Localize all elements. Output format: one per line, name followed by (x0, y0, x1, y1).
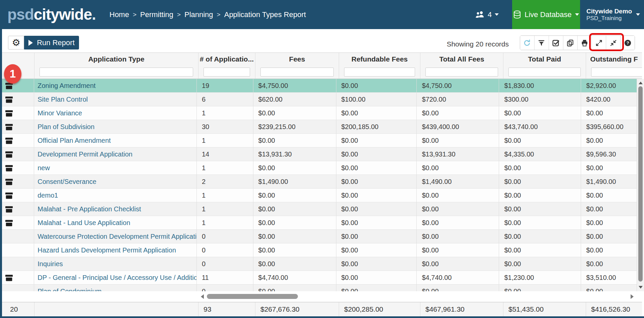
scroll-up-arrow-icon[interactable] (639, 82, 643, 84)
refresh-button[interactable] (520, 36, 535, 50)
filter-input-fees[interactable] (260, 68, 334, 77)
application-type-link[interactable]: Malahat - Pre Application Checklist (37, 205, 141, 213)
column-header-outstanding-fees[interactable]: Outstanding F (586, 53, 642, 66)
breadcrumb-planning[interactable]: Planning (184, 10, 213, 19)
table-row[interactable]: DP - General - Principal Use / Accessory… (2, 271, 637, 285)
application-type-link[interactable]: Consent/Severance (37, 178, 96, 186)
filter-button[interactable] (535, 36, 549, 50)
filter-cell (586, 66, 642, 79)
application-type-link[interactable]: Zoning Amendment (37, 82, 95, 90)
breadcrumb-home[interactable]: Home (109, 10, 129, 19)
row-outstanding-fees-cell: $1,490.00 (581, 175, 637, 188)
live-database-button[interactable]: Live Database (512, 0, 580, 29)
row-total-all-fees-cell: $0.00 (417, 134, 499, 147)
application-type-link[interactable]: Plan of Subdivision (37, 123, 94, 131)
table-row[interactable]: Official Plan Amendment 1 $0.00 $0.00 $0… (2, 134, 637, 147)
row-application-type-cell: Malahat - Land Use Application (34, 216, 197, 229)
application-type-link[interactable]: Watercourse Protection Development Permi… (37, 233, 197, 240)
filter-input-total-all-fees[interactable] (425, 68, 498, 77)
run-report-button[interactable]: Run Report (24, 36, 79, 49)
select-columns-button[interactable] (549, 36, 563, 50)
table-row[interactable]: Zoning Amendment 19 $4,750.00 $0.00 $4,7… (2, 79, 637, 93)
table-row[interactable]: Plan of Condominium 0 $0.00 $0.00 $0.00 … (2, 285, 637, 291)
table-row[interactable]: Watercourse Protection Development Permi… (2, 230, 637, 243)
row-fees-cell: $0.00 (253, 216, 336, 229)
scroll-down-arrow-icon[interactable] (639, 286, 643, 289)
caret-down-icon (495, 13, 499, 16)
row-total-paid-cell: $1,830.00 (499, 79, 581, 92)
row-refundable-fees-cell: $0.00 (336, 106, 417, 120)
column-header-fees[interactable]: Fees (255, 53, 339, 66)
organization-dropdown[interactable]: Citywide Demo PSD_Training (586, 0, 640, 29)
row-total-paid-cell: $0.00 (499, 106, 581, 120)
row-fees-cell: $0.00 (253, 202, 336, 216)
table-row[interactable]: Plan of Subdivision 30 $239,215.00 $200,… (2, 120, 637, 134)
table-row[interactable]: Consent/Severance 2 $1,490.00 $0.00 $1,4… (2, 175, 637, 189)
copy-button[interactable] (563, 36, 578, 50)
row-fees-cell: $0.00 (253, 230, 336, 243)
table-row[interactable]: Development Permit Application 14 $13,93… (2, 147, 637, 161)
application-type-link[interactable]: Inquiries (37, 260, 63, 268)
filter-input-application-type[interactable] (39, 68, 193, 77)
horizontal-scrollbar-thumb[interactable] (207, 294, 298, 299)
row-outstanding-fees-cell: $0.00 (581, 134, 637, 147)
psd-citywide-logo[interactable]: psdcitywide. (7, 0, 96, 29)
row-refundable-fees-cell: $0.00 (336, 175, 417, 188)
filter-cell (34, 66, 198, 79)
row-total-all-fees-cell: $0.00 (417, 161, 499, 175)
filter-input-total-paid[interactable] (508, 68, 581, 77)
table-row[interactable]: demo1 1 $0.00 $0.00 $0.00 $0.00 $0.00 (2, 189, 637, 202)
table-row[interactable]: new 1 $0.00 $0.00 $0.00 $0.00 $0.00 (2, 161, 637, 175)
archive-box-icon (5, 96, 13, 103)
scroll-right-arrow-icon[interactable] (631, 294, 634, 299)
row-application-type-cell: Site Plan Control (34, 93, 197, 106)
column-header-total-paid[interactable]: Total Paid (503, 53, 586, 66)
table-row[interactable]: Minor Variance 1 $0.00 $0.00 $0.00 $0.00… (2, 106, 637, 120)
check-square-icon (552, 39, 560, 47)
filter-input-outstanding-fees[interactable] (591, 68, 642, 77)
filter-input-refundable-fees[interactable] (344, 68, 415, 77)
database-icon (513, 10, 521, 19)
column-header-num-applications[interactable]: # of Applicatio... (198, 53, 255, 66)
application-type-link[interactable]: demo1 (37, 192, 58, 199)
application-type-link[interactable]: Development Permit Application (37, 150, 132, 158)
breadcrumb-application-types-report[interactable]: Application Types Report (224, 10, 306, 19)
table-row[interactable]: Site Plan Control 6 $620.00 $100.00 $720… (2, 93, 637, 106)
row-fees-cell: $0.00 (253, 189, 336, 202)
archive-box-icon (5, 192, 13, 199)
print-button[interactable] (578, 36, 592, 50)
row-total-all-fees-cell: $0.00 (417, 230, 499, 243)
archive-box-icon (5, 165, 13, 172)
application-type-link[interactable]: Malahat - Land Use Application (37, 219, 130, 227)
report-settings-button[interactable]: ⚙ (8, 36, 24, 49)
column-header-refundable-fees[interactable]: Refundable Fees (339, 53, 420, 66)
breadcrumb-permitting[interactable]: Permitting (140, 10, 173, 19)
column-header-application-type[interactable]: Application Type (34, 53, 198, 66)
row-num-applications-cell: 30 (197, 120, 253, 133)
row-outstanding-fees-cell: $0.00 (581, 285, 637, 291)
application-type-link[interactable]: Official Plan Amendment (37, 137, 111, 144)
table-row[interactable]: Hazard Lands Development Permit Applicat… (2, 243, 637, 257)
filter-input-num-applications[interactable] (204, 68, 250, 77)
column-header-total-all-fees[interactable]: Total All Fees (420, 53, 503, 66)
expand-button[interactable] (592, 36, 606, 50)
filter-cell (420, 66, 503, 79)
application-type-link[interactable]: DP - General - Principal Use / Accessory… (37, 274, 197, 282)
table-row[interactable]: Malahat - Pre Application Checklist 1 $0… (2, 202, 637, 216)
user-sessions-dropdown[interactable]: 4 (475, 0, 499, 29)
table-row[interactable]: Malahat - Land Use Application 1 $0.00 $… (2, 216, 637, 230)
vertical-scrollbar-thumb[interactable] (638, 86, 643, 282)
vertical-scrollbar (637, 79, 644, 291)
application-type-link[interactable]: Plan of Condominium (37, 288, 101, 292)
table-row[interactable]: Inquiries 0 $0.00 $0.00 $0.00 $0.00 $0.0… (2, 257, 637, 271)
application-type-link[interactable]: Hazard Lands Development Permit Applicat… (37, 246, 176, 254)
application-type-link[interactable]: new (37, 164, 50, 172)
help-button[interactable]: ? (621, 36, 635, 50)
scroll-left-arrow-icon[interactable] (201, 294, 204, 299)
application-type-link[interactable]: Minor Variance (37, 109, 82, 117)
application-type-link[interactable]: Site Plan Control (37, 96, 88, 103)
row-num-applications-cell: 0 (197, 230, 253, 243)
collapse-button[interactable] (606, 36, 621, 50)
row-refundable-fees-cell: $0.00 (336, 147, 417, 161)
row-num-applications-cell: 0 (197, 285, 253, 291)
